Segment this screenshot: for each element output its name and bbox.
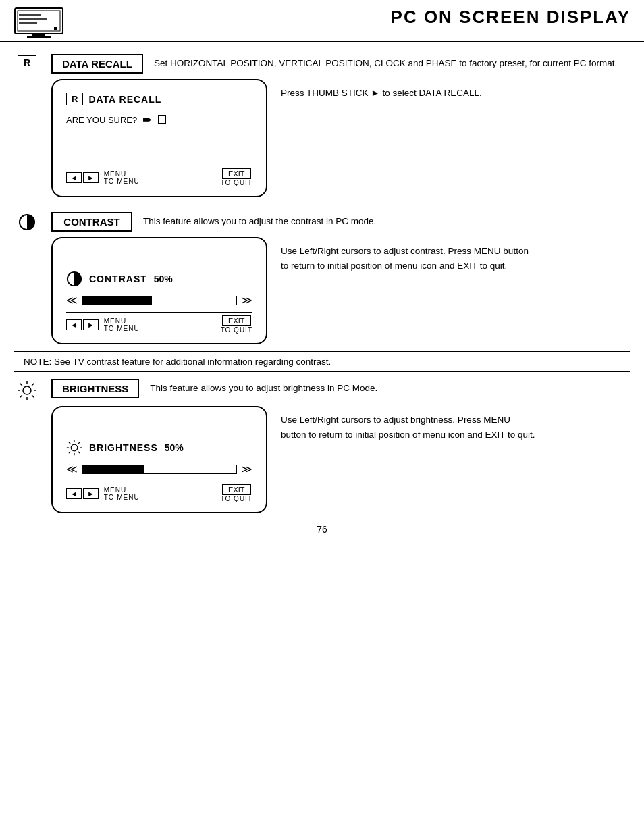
brightness-slider-row: ≪ ≫: [66, 463, 252, 475]
contrast-osd-area: CONTRAST 50% ≪ ≫ ◄ ► MENU: [14, 237, 630, 344]
osd-subtitle: ARE YOU SURE? ➨: [66, 112, 252, 127]
data-recall-section-header: R DATA RECALL Set HORIZONTAL POSITION, V…: [14, 54, 630, 74]
brightness-right-arrow-btn: ►: [83, 488, 99, 499]
svg-point-10: [23, 386, 31, 394]
page-header: PC ON SCREEN DISPLAY: [0, 0, 644, 42]
data-recall-osd-area: R DATA RECALL ARE YOU SURE? ➨ ◄ ► MENU T…: [14, 79, 630, 197]
brightness-osd-nav: ◄ ► MENU TO MENU EXIT TO QUIT: [66, 481, 252, 502]
contrast-osd-icon: [66, 271, 82, 287]
brightness-nav-right: EXIT TO QUIT: [221, 484, 252, 502]
page-number: 76: [0, 524, 644, 542]
brightness-left-arrow-btn: ◄: [66, 488, 82, 499]
data-recall-osd-box: R DATA RECALL ARE YOU SURE? ➨ ◄ ► MENU T…: [51, 79, 267, 197]
contrast-side-text: Use Left/Right cursors to adjust contras…: [281, 237, 537, 273]
svg-rect-1: [18, 11, 60, 31]
contrast-section-header: CONTRAST This feature allows you to adju…: [14, 212, 630, 232]
svg-line-27: [69, 452, 70, 453]
brightness-osd-label: BRIGHTNESS: [89, 442, 158, 453]
svg-line-24: [69, 442, 70, 444]
osd-header-row: R DATA RECALL: [66, 93, 252, 105]
svg-line-26: [78, 442, 80, 444]
contrast-osd-nav: ◄ ► MENU TO MENU EXIT TO QUIT: [66, 312, 252, 334]
contrast-item-row: CONTRAST 50%: [66, 271, 252, 287]
osd-title: DATA RECALL: [88, 94, 161, 105]
data-recall-side-text: Press THUMB STICK ► to select DATA RECAL…: [281, 79, 482, 101]
brightness-nav-arrows: ◄ ►: [66, 488, 99, 499]
are-you-sure-text: ARE YOU SURE?: [66, 115, 137, 125]
contrast-icon: [14, 212, 41, 231]
brightness-section-header: BRIGHTNESS This feature allows you to ad…: [14, 379, 630, 400]
data-recall-label: DATA RECALL: [51, 54, 143, 74]
osd-right-arrow-btn: ►: [83, 172, 99, 183]
brightness-side-text-content: Use Left/Right cursors to adjust brightn…: [281, 415, 535, 440]
contrast-exit-btn: EXIT: [222, 315, 250, 326]
osd-to-menu-label: TO MENU: [104, 178, 140, 185]
contrast-slider-row: ≪ ≫: [66, 294, 252, 307]
main-content: R DATA RECALL Set HORIZONTAL POSITION, V…: [0, 54, 644, 513]
contrast-nav-arrows: ◄ ►: [66, 319, 99, 330]
svg-point-19: [71, 444, 78, 451]
osd-arrow: ➨: [142, 112, 153, 127]
brightness-exit-btn: EXIT: [222, 484, 250, 495]
svg-line-16: [32, 395, 34, 397]
brightness-slider-fill: [82, 465, 144, 473]
contrast-to-menu-label: TO MENU: [104, 325, 140, 332]
svg-line-17: [32, 384, 34, 386]
svg-rect-7: [54, 27, 57, 30]
osd-to-quit-label: TO QUIT: [221, 179, 252, 186]
osd-r-box: R: [66, 93, 83, 105]
osd-top-spacer: [66, 251, 252, 271]
brightness-label: BRIGHTNESS: [51, 379, 139, 398]
brightness-osd-box: BRIGHTNESS 50% ≪ ≫ ◄ ► MENU: [51, 406, 267, 513]
contrast-right-arrow-btn: ►: [83, 319, 99, 330]
contrast-nav-left: ◄ ► MENU TO MENU: [66, 317, 140, 332]
brightness-icon: [14, 379, 41, 400]
svg-line-15: [20, 384, 22, 386]
contrast-note-box: NOTE: See TV contrast feature for additi…: [14, 351, 630, 372]
data-recall-description: Set HORIZONTAL POSITION, VERTICAL POSITI…: [154, 54, 630, 70]
brightness-slider-bar: [82, 465, 237, 474]
brightness-to-quit-label: TO QUIT: [221, 495, 252, 502]
osd-menu-label: MENU: [104, 170, 140, 178]
slider-left-chevron: ≪: [66, 294, 78, 307]
contrast-osd-label: CONTRAST: [89, 273, 147, 284]
osd-nav-right: EXIT TO QUIT: [221, 168, 252, 186]
osd-nav-left: ◄ ► MENU TO MENU: [66, 170, 140, 185]
osd-exit-btn: EXIT: [222, 168, 250, 179]
brightness-slider-right-chevron: ≫: [241, 463, 252, 475]
brightness-to-menu-label: TO MENU: [104, 494, 140, 501]
osd-spacer: [66, 132, 252, 159]
svg-line-18: [20, 395, 22, 397]
brightness-slider-empty: [144, 465, 236, 473]
contrast-left-arrow-btn: ◄: [66, 319, 82, 330]
brightness-slider-left-chevron: ≪: [66, 463, 78, 475]
brightness-side-text: Use Left/Right cursors to adjust brightn…: [281, 406, 537, 442]
contrast-side-text-content: Use Left/Right cursors to adjust contras…: [281, 246, 529, 271]
brightness-osd-top-spacer: [66, 419, 252, 440]
contrast-nav-right: EXIT TO QUIT: [221, 315, 252, 334]
osd-left-arrow-btn: ◄: [66, 172, 82, 183]
brightness-osd-area: BRIGHTNESS 50% ≪ ≫ ◄ ► MENU: [14, 406, 630, 513]
r-icon-label: R: [18, 55, 36, 70]
svg-line-25: [78, 452, 80, 453]
osd-checkbox: [158, 115, 166, 124]
page-title: PC ON SCREEN DISPLAY: [68, 7, 630, 33]
contrast-osd-value: 50%: [154, 273, 173, 284]
monitor-icon: [14, 7, 68, 41]
contrast-slider-bar: [82, 296, 237, 305]
contrast-slider-empty: [152, 296, 236, 305]
osd-nav-arrows: ◄ ►: [66, 172, 99, 183]
contrast-menu-label: MENU: [104, 317, 140, 325]
osd-nav: ◄ ► MENU TO MENU EXIT TO QUIT: [66, 165, 252, 186]
brightness-description: This feature allows you to adjust bright…: [150, 379, 630, 395]
brightness-osd-value: 50%: [165, 442, 184, 453]
contrast-label: CONTRAST: [51, 212, 132, 232]
contrast-osd-box: CONTRAST 50% ≪ ≫ ◄ ► MENU: [51, 237, 267, 344]
brightness-nav-left: ◄ ► MENU TO MENU: [66, 486, 140, 501]
svg-rect-6: [27, 36, 51, 38]
contrast-description: This feature allows you to adjust the co…: [143, 212, 630, 228]
slider-right-chevron: ≫: [241, 294, 252, 307]
brightness-menu-label: MENU: [104, 486, 140, 494]
contrast-to-quit-label: TO QUIT: [221, 326, 252, 334]
brightness-osd-icon: [66, 440, 82, 456]
